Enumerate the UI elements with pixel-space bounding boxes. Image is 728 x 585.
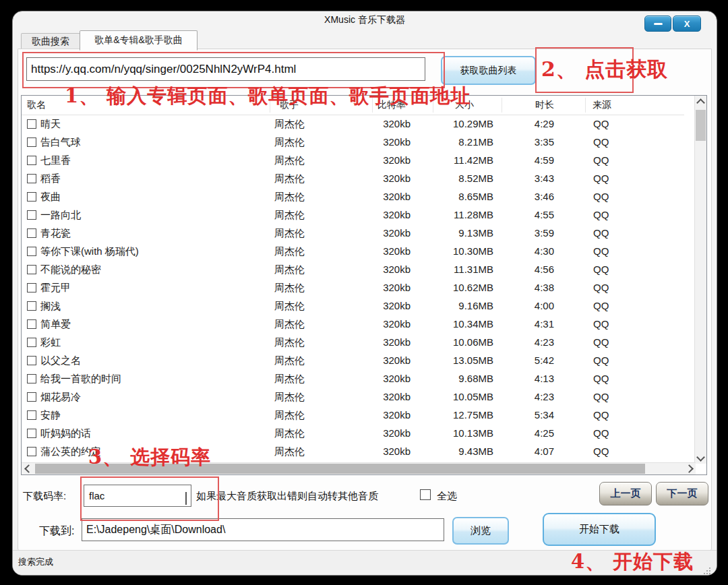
song-checkbox[interactable]: [27, 319, 36, 329]
minimize-button[interactable]: [644, 16, 671, 32]
resize-grip-icon[interactable]: [709, 567, 710, 569]
song-source: QQ: [593, 391, 609, 402]
song-duration: 4:23: [507, 391, 554, 402]
song-source: QQ: [593, 300, 609, 311]
table-row[interactable]: 给我一首歌的时间 周杰伦 320kb 9.68MB 4:13 QQ: [22, 371, 684, 389]
table-row[interactable]: 七里香 周杰伦 320kb 11.42MB 4:59 QQ: [22, 152, 684, 171]
song-duration: 4:29: [507, 118, 554, 129]
table-row[interactable]: 青花瓷 周杰伦 320kb 9.13MB 3:59 QQ: [22, 225, 684, 243]
song-checkbox[interactable]: [27, 247, 36, 256]
song-size: 10.62MB: [419, 282, 493, 293]
start-download-button[interactable]: 开始下载: [543, 513, 656, 546]
tab-song-search[interactable]: 歌曲搜索: [21, 33, 80, 49]
song-checkbox[interactable]: [27, 137, 36, 147]
song-checkbox[interactable]: [27, 283, 36, 292]
column-header-duration[interactable]: 时长: [535, 99, 554, 111]
song-artist: 周杰伦: [274, 173, 305, 185]
close-button[interactable]: X: [673, 16, 701, 32]
song-duration: 5:42: [507, 355, 554, 366]
table-row[interactable]: 稻香 周杰伦 320kb 8.52MB 3:43 QQ: [22, 171, 684, 189]
song-source: QQ: [593, 154, 609, 166]
song-checkbox[interactable]: [27, 429, 36, 438]
song-checkbox[interactable]: [27, 265, 36, 274]
song-source: QQ: [593, 282, 609, 293]
table-row[interactable]: 霍元甲 周杰伦 320kb 10.62MB 4:38 QQ: [22, 280, 684, 298]
scroll-right-button[interactable]: [684, 463, 696, 474]
scroll-left-button[interactable]: [22, 463, 33, 474]
download-path-input[interactable]: [82, 518, 444, 541]
column-header-source[interactable]: 来源: [593, 99, 611, 111]
song-source: QQ: [593, 373, 609, 384]
song-name: 安静: [40, 409, 61, 422]
song-source: QQ: [593, 264, 609, 275]
song-bitrate: 320kb: [359, 245, 411, 257]
bitrate-select[interactable]: flac: [84, 485, 191, 507]
song-bitrate: 320kb: [359, 373, 411, 384]
song-size: 13.05MB: [419, 355, 493, 366]
table-row[interactable]: 安静 周杰伦 320kb 12.75MB 5:34 QQ: [22, 407, 684, 425]
tab-playlist-album-singer[interactable]: 歌单&专辑&歌手歌曲: [80, 30, 198, 51]
song-checkbox[interactable]: [27, 356, 36, 365]
chevron-down-icon: [696, 453, 705, 462]
song-artist: 周杰伦: [274, 282, 305, 295]
song-checkbox[interactable]: [27, 210, 36, 220]
table-row[interactable]: 等你下课(with 杨瑞代) 周杰伦 320kb 10.30MB 4:30 QQ: [22, 243, 684, 261]
next-page-button[interactable]: 下一页: [656, 482, 708, 505]
table-row[interactable]: 以父之名 周杰伦 320kb 13.05MB 5:42 QQ: [22, 352, 684, 371]
table-row[interactable]: 烟花易冷 周杰伦 320kb 10.05MB 4:23 QQ: [22, 389, 684, 407]
select-all-checkbox[interactable]: [420, 489, 431, 500]
song-name: 一路向北: [40, 209, 81, 222]
table-row[interactable]: 简单爱 周杰伦 320kb 10.34MB 4:31 QQ: [22, 316, 684, 334]
song-duration: 4:30: [507, 245, 554, 257]
column-separator: [502, 98, 502, 113]
table-row[interactable]: 彩虹 周杰伦 320kb 10.06MB 4:23 QQ: [22, 334, 684, 352]
table-row[interactable]: 一路向北 周杰伦 320kb 11.28MB 4:55 QQ: [22, 207, 684, 225]
column-header-name[interactable]: 歌名: [27, 99, 46, 111]
song-checkbox[interactable]: [27, 374, 36, 383]
song-bitrate: 320kb: [359, 409, 411, 421]
url-input[interactable]: [26, 57, 425, 81]
song-checkbox[interactable]: [27, 301, 36, 311]
scroll-up-button[interactable]: [695, 96, 706, 107]
song-source: QQ: [593, 173, 609, 184]
song-checkbox[interactable]: [27, 156, 36, 165]
song-bitrate: 320kb: [359, 209, 411, 220]
table-row[interactable]: 不能说的秘密 周杰伦 320kb 11.31MB 4:56 QQ: [22, 261, 684, 280]
song-checkbox[interactable]: [27, 228, 36, 238]
song-checkbox[interactable]: [27, 410, 36, 420]
previous-page-button[interactable]: 上一页: [599, 482, 652, 505]
song-name: 给我一首歌的时间: [40, 373, 121, 386]
song-size: 8.65MB: [419, 191, 493, 202]
song-bitrate: 320kb: [359, 264, 411, 275]
song-duration: 4:31: [507, 318, 554, 330]
song-checkbox[interactable]: [27, 192, 36, 202]
song-name: 霍元甲: [40, 282, 71, 295]
table-row[interactable]: 听妈妈的话 周杰伦 320kb 10.13MB 4:25 QQ: [22, 425, 684, 443]
table-row[interactable]: 搁浅 周杰伦 320kb 9.16MB 4:00 QQ: [22, 298, 684, 316]
song-source: QQ: [593, 318, 609, 330]
table-row[interactable]: 告白气球 周杰伦 320kb 8.21MB 3:35 QQ: [22, 134, 684, 152]
song-source: QQ: [593, 209, 609, 220]
song-source: QQ: [593, 409, 609, 421]
fetch-song-list-button[interactable]: 获取歌曲列表: [441, 56, 536, 85]
song-size: 10.30MB: [419, 245, 493, 257]
annotation-step4: 4、 开始下载: [571, 549, 694, 576]
song-bitrate: 320kb: [359, 154, 411, 166]
song-checkbox[interactable]: [27, 338, 36, 347]
song-name: 听妈妈的话: [40, 427, 91, 440]
song-checkbox[interactable]: [27, 174, 36, 183]
song-list-body: 晴天 周杰伦 320kb 10.29MB 4:29 QQ 告白气球 周杰伦 32…: [22, 116, 684, 462]
song-size: 9.43MB: [419, 445, 493, 457]
browse-button[interactable]: 浏览: [452, 517, 509, 545]
song-checkbox[interactable]: [27, 119, 36, 129]
song-checkbox[interactable]: [27, 392, 36, 402]
song-duration: 4:38: [507, 282, 554, 293]
table-row[interactable]: 夜曲 周杰伦 320kb 8.65MB 3:46 QQ: [22, 189, 684, 207]
song-checkbox[interactable]: [27, 447, 36, 456]
vertical-scroll-thumb[interactable]: [696, 110, 706, 141]
select-all-label: 全选: [437, 490, 457, 503]
scroll-down-button[interactable]: [695, 452, 706, 464]
table-row[interactable]: 晴天 周杰伦 320kb 10.29MB 4:29 QQ: [22, 116, 684, 134]
song-duration: 3:43: [507, 173, 554, 184]
vertical-scrollbar[interactable]: [694, 96, 706, 464]
